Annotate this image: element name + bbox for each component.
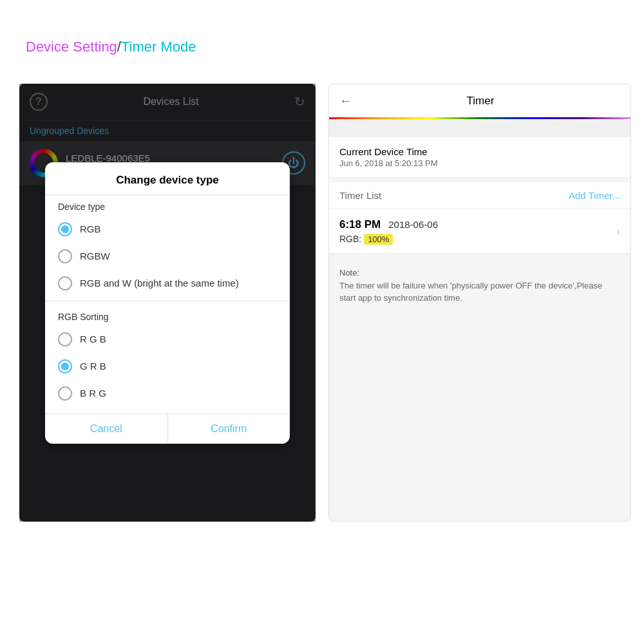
- note-text: The timer will be failure when 'physical…: [339, 279, 620, 305]
- option-rgb[interactable]: RGB: [45, 216, 290, 243]
- timer-badge: 100%: [364, 234, 393, 245]
- radio-b-r-g[interactable]: [58, 386, 72, 401]
- option-rgbw-label: RGBW: [80, 251, 110, 261]
- timer-item[interactable]: 6:18 PM 2018-06-06 RGB: 100% ›: [329, 209, 630, 254]
- radio-g-r-b-inner: [61, 363, 69, 370]
- current-time-section: Current Device Time Jun 6, 2018 at 5:20:…: [329, 137, 630, 177]
- modal-actions: Cancel Confirm: [45, 413, 290, 444]
- current-device-time-value: Jun 6, 2018 at 5:20:13 PM: [339, 158, 620, 168]
- option-b-r-g[interactable]: B R G: [45, 380, 290, 407]
- note-title: Note:: [339, 267, 620, 279]
- timer-time: 6:18 PM: [339, 218, 381, 231]
- device-type-label: Device type: [45, 195, 290, 216]
- radio-g-r-b[interactable]: [58, 359, 72, 374]
- timer-list-section: Timer List Add Timer...: [329, 182, 630, 209]
- radio-rgb-inner: [61, 225, 69, 233]
- add-timer-button[interactable]: Add Timer...: [569, 190, 620, 201]
- cancel-button[interactable]: Cancel: [45, 414, 168, 444]
- radio-rgbw[interactable]: [58, 249, 72, 263]
- option-rgb-and-w-label: RGB and W (bright at the same time): [80, 278, 239, 289]
- timer-chevron-icon: ›: [616, 225, 620, 238]
- title-device-setting: Device Setting: [26, 39, 117, 55]
- note-section: Note: The timer will be failure when 'ph…: [329, 254, 630, 317]
- timer-header: ← Timer: [329, 84, 630, 117]
- back-arrow-icon[interactable]: ←: [339, 93, 352, 108]
- option-r-g-b-label: R G B: [80, 334, 106, 345]
- option-b-r-g-label: B R G: [80, 388, 106, 399]
- option-rgb-and-w[interactable]: RGB and W (bright at the same time): [45, 270, 290, 297]
- option-rgbw[interactable]: RGBW: [45, 243, 290, 270]
- modal-title: Change device type: [45, 162, 290, 195]
- change-device-type-modal: Change device type Device type RGB RGBW …: [45, 162, 290, 444]
- timer-list-label: Timer List: [339, 190, 381, 201]
- timer-item-row2: RGB: 100%: [339, 234, 438, 244]
- page-title: Device Setting/Timer Mode: [26, 39, 196, 55]
- timer-rgb-label: RGB:: [339, 234, 361, 244]
- title-timer-mode: Timer Mode: [121, 39, 196, 55]
- current-device-time-label: Current Device Time: [339, 146, 620, 157]
- radio-r-g-b[interactable]: [58, 332, 72, 346]
- radio-rgb[interactable]: [58, 222, 72, 236]
- timer-color-strip: [329, 119, 630, 137]
- confirm-button[interactable]: Confirm: [168, 414, 290, 444]
- radio-rgb-and-w[interactable]: [58, 276, 72, 290]
- option-g-r-b-label: G R B: [80, 361, 106, 372]
- option-r-g-b[interactable]: R G B: [45, 326, 290, 353]
- option-g-r-b[interactable]: G R B: [45, 353, 290, 380]
- timer-item-left: 6:18 PM 2018-06-06 RGB: 100%: [339, 218, 438, 244]
- timer-date: 2018-06-06: [388, 219, 438, 230]
- rgb-sorting-label: RGB Sorting: [45, 305, 290, 326]
- timer-title: Timer: [360, 95, 601, 108]
- timer-panel: ← Timer Current Device Time Jun 6, 2018 …: [328, 84, 631, 522]
- timer-item-row1: 6:18 PM 2018-06-06: [339, 218, 438, 231]
- option-rgb-label: RGB: [80, 223, 101, 234]
- modal-overlay: Change device type Device type RGB RGBW …: [19, 84, 316, 522]
- modal-divider: [45, 301, 290, 301]
